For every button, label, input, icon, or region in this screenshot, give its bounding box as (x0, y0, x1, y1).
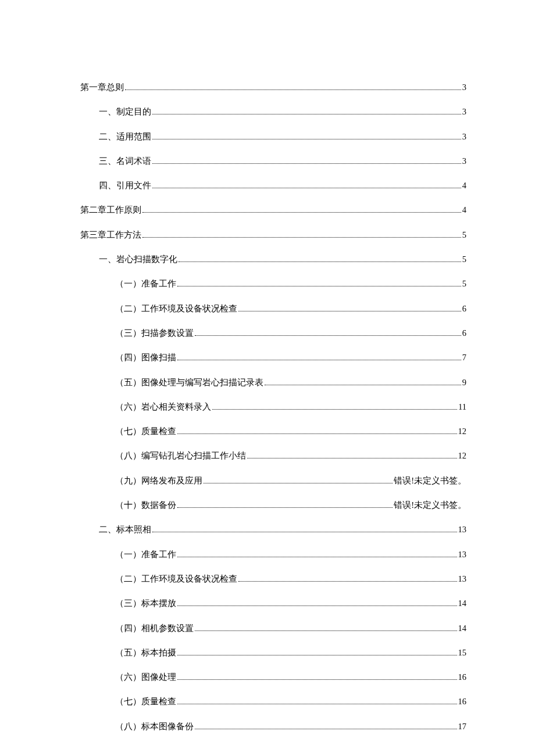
toc-entry-label: （一）准备工作 (115, 278, 176, 289)
toc-entry: 第三章工作方法5 (80, 229, 466, 241)
toc-entry-label: 二、适用范围 (99, 131, 151, 142)
toc-entry-page: 9 (462, 377, 466, 388)
toc-entry-label: 一、制定目的 (99, 106, 151, 117)
toc-entry: （十）数据备份错误!未定义书签。 (80, 499, 466, 511)
toc-entry: 一、岩心扫描数字化5 (80, 253, 466, 265)
toc-leader-dots (177, 704, 457, 704)
toc-leader-dots (195, 335, 461, 336)
toc-entry-page: 7 (462, 352, 466, 363)
toc-entry-page: 5 (462, 278, 466, 289)
toc-leader-dots (204, 483, 393, 483)
toc-entry-page: 13 (458, 573, 467, 585)
toc-entry-page: 14 (458, 597, 467, 609)
toc-leader-dots (177, 433, 457, 434)
toc-entry-page: 5 (462, 229, 466, 241)
toc-entry-label: 四、引用文件 (99, 180, 151, 191)
toc-leader-dots (195, 729, 457, 729)
toc-leader-dots (177, 360, 461, 360)
toc-entry: （二）工作环境及设备状况检查6 (80, 303, 466, 314)
toc-entry-label: 第二章工作原则 (80, 204, 141, 216)
toc-entry-label: 一、岩心扫描数字化 (99, 253, 177, 265)
toc-entry: 三、名词术语3 (80, 155, 466, 167)
toc-leader-dots (265, 385, 461, 385)
toc-leader-dots (177, 679, 457, 680)
toc-leader-dots (142, 212, 461, 213)
toc-entry-page: 16 (458, 671, 467, 683)
toc-entry: （一）准备工作5 (80, 278, 466, 289)
toc-leader-dots (152, 532, 457, 532)
toc-leader-dots (179, 261, 461, 262)
toc-entry-page: 5 (462, 253, 466, 265)
toc-entry: （一）准备工作13 (80, 549, 466, 560)
toc-entry-label: （七）质量检查 (115, 696, 176, 707)
toc-entry-page: 3 (462, 155, 466, 167)
toc-entry-label: （七）质量检查 (115, 425, 176, 437)
toc-entry-label: （五）标本拍摄 (115, 647, 176, 658)
toc-entry: （五）标本拍摄15 (80, 647, 466, 658)
toc-leader-dots (177, 557, 457, 557)
toc-leader-dots (152, 188, 461, 188)
toc-leader-dots (212, 409, 457, 410)
toc-entry: （八）标本图像备份17 (80, 721, 466, 732)
toc-entry-label: （八）标本图像备份 (115, 721, 194, 732)
toc-entry-page: 3 (462, 106, 466, 117)
toc-entry-page: 3 (462, 131, 466, 142)
toc-entry: 四、引用文件4 (80, 180, 466, 191)
toc-entry-label: （一）准备工作 (115, 549, 176, 560)
toc-leader-dots (152, 163, 461, 164)
toc-entry-label: （八）编写钻孔岩心扫描工作小结 (115, 450, 246, 461)
toc-entry-page: 4 (462, 204, 466, 216)
toc-leader-dots (247, 458, 457, 458)
toc-entry-page: 13 (458, 524, 467, 535)
toc-entry: （六）图像处理16 (80, 671, 466, 683)
toc-entry-page: 14 (458, 622, 467, 634)
toc-leader-dots (152, 114, 461, 114)
toc-leader-dots (177, 655, 457, 655)
toc-entry-page: 6 (462, 327, 466, 339)
toc-entry-page: 6 (462, 303, 466, 314)
toc-entry-label: （十）数据备份 (115, 499, 176, 511)
toc-entry-label: （九）网络发布及应用 (115, 475, 202, 486)
toc-entry-page: 12 (458, 425, 467, 437)
toc-entry-page: 错误!未定义书签。 (394, 475, 466, 486)
toc-entry-label: （二）工作环境及设备状况检查 (115, 303, 237, 314)
toc-leader-dots (238, 311, 461, 311)
toc-entry-page: 13 (458, 549, 467, 560)
toc-leader-dots (177, 286, 461, 286)
toc-entry-label: （六）图像处理 (115, 671, 176, 683)
toc-entry-page: 15 (458, 647, 467, 658)
toc-entry: （九）网络发布及应用错误!未定义书签。 (80, 475, 466, 486)
toc-entry-label: 二、标本照相 (99, 524, 151, 535)
table-of-contents: 第一章总则3一、制定目的3二、适用范围3三、名词术语3四、引用文件4第二章工作原… (80, 81, 466, 732)
toc-leader-dots (238, 581, 457, 582)
toc-leader-dots (177, 605, 457, 606)
toc-entry: 一、制定目的3 (80, 106, 466, 117)
toc-entry: （七）质量检查16 (80, 696, 466, 707)
toc-entry: （四）图像扫描7 (80, 352, 466, 363)
toc-entry: 二、标本照相13 (80, 524, 466, 535)
toc-entry-label: （六）岩心相关资料录入 (115, 401, 211, 413)
toc-entry-page: 17 (458, 721, 467, 732)
toc-leader-dots (177, 507, 393, 508)
toc-entry: 第二章工作原则4 (80, 204, 466, 216)
toc-entry: （六）岩心相关资料录入11 (80, 401, 466, 413)
toc-entry-label: 第三章工作方法 (80, 229, 141, 241)
toc-entry: （七）质量检查12 (80, 425, 466, 437)
toc-entry: （三）标本摆放14 (80, 597, 466, 609)
toc-entry-label: （二）工作环境及设备状况检查 (115, 573, 237, 585)
toc-entry-page: 3 (462, 81, 466, 93)
toc-entry: （二）工作环境及设备状况检查13 (80, 573, 466, 585)
toc-entry-label: 三、名词术语 (99, 155, 151, 167)
toc-entry: 第一章总则3 (80, 81, 466, 93)
toc-entry-label: （四）相机参数设置 (115, 622, 194, 634)
toc-entry-page: 12 (458, 450, 467, 461)
toc-entry-page: 4 (462, 180, 466, 191)
toc-entry-page: 16 (458, 696, 467, 707)
toc-entry-label: （四）图像扫描 (115, 352, 176, 363)
toc-entry: （八）编写钻孔岩心扫描工作小结12 (80, 450, 466, 461)
toc-entry-page: 11 (458, 401, 466, 413)
toc-leader-dots (125, 89, 461, 90)
toc-entry: （四）相机参数设置14 (80, 622, 466, 634)
toc-leader-dots (142, 237, 461, 238)
toc-entry-label: （五）图像处理与编写岩心扫描记录表 (115, 377, 263, 388)
